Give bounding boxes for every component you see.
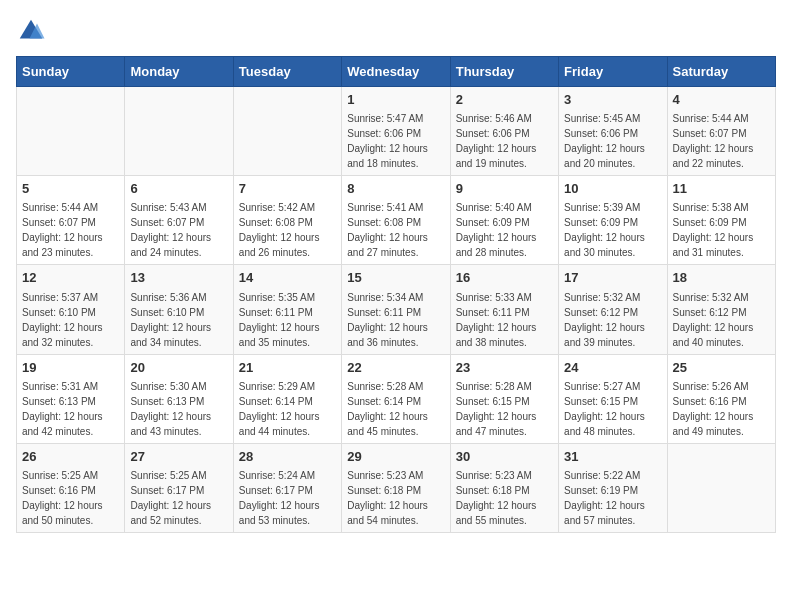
day-info: Sunrise: 5:37 AM Sunset: 6:10 PM Dayligh…	[22, 290, 119, 350]
calendar-cell: 10Sunrise: 5:39 AM Sunset: 6:09 PM Dayli…	[559, 176, 667, 265]
calendar-body: 1Sunrise: 5:47 AM Sunset: 6:06 PM Daylig…	[17, 87, 776, 533]
day-info: Sunrise: 5:42 AM Sunset: 6:08 PM Dayligh…	[239, 200, 336, 260]
day-info: Sunrise: 5:38 AM Sunset: 6:09 PM Dayligh…	[673, 200, 770, 260]
day-of-week-header: Monday	[125, 57, 233, 87]
calendar-cell: 25Sunrise: 5:26 AM Sunset: 6:16 PM Dayli…	[667, 354, 775, 443]
day-info: Sunrise: 5:36 AM Sunset: 6:10 PM Dayligh…	[130, 290, 227, 350]
day-info: Sunrise: 5:35 AM Sunset: 6:11 PM Dayligh…	[239, 290, 336, 350]
day-info: Sunrise: 5:23 AM Sunset: 6:18 PM Dayligh…	[347, 468, 444, 528]
calendar-cell: 1Sunrise: 5:47 AM Sunset: 6:06 PM Daylig…	[342, 87, 450, 176]
day-info: Sunrise: 5:30 AM Sunset: 6:13 PM Dayligh…	[130, 379, 227, 439]
day-info: Sunrise: 5:41 AM Sunset: 6:08 PM Dayligh…	[347, 200, 444, 260]
day-number: 11	[673, 180, 770, 198]
calendar-cell: 13Sunrise: 5:36 AM Sunset: 6:10 PM Dayli…	[125, 265, 233, 354]
calendar-cell: 24Sunrise: 5:27 AM Sunset: 6:15 PM Dayli…	[559, 354, 667, 443]
calendar-cell: 9Sunrise: 5:40 AM Sunset: 6:09 PM Daylig…	[450, 176, 558, 265]
day-of-week-header: Saturday	[667, 57, 775, 87]
calendar-cell: 21Sunrise: 5:29 AM Sunset: 6:14 PM Dayli…	[233, 354, 341, 443]
day-number: 1	[347, 91, 444, 109]
calendar-cell	[233, 87, 341, 176]
day-info: Sunrise: 5:32 AM Sunset: 6:12 PM Dayligh…	[673, 290, 770, 350]
calendar-cell: 22Sunrise: 5:28 AM Sunset: 6:14 PM Dayli…	[342, 354, 450, 443]
header	[16, 16, 776, 46]
calendar-cell: 6Sunrise: 5:43 AM Sunset: 6:07 PM Daylig…	[125, 176, 233, 265]
day-number: 10	[564, 180, 661, 198]
calendar-cell: 7Sunrise: 5:42 AM Sunset: 6:08 PM Daylig…	[233, 176, 341, 265]
day-info: Sunrise: 5:44 AM Sunset: 6:07 PM Dayligh…	[673, 111, 770, 171]
day-info: Sunrise: 5:26 AM Sunset: 6:16 PM Dayligh…	[673, 379, 770, 439]
day-number: 28	[239, 448, 336, 466]
day-info: Sunrise: 5:24 AM Sunset: 6:17 PM Dayligh…	[239, 468, 336, 528]
calendar-cell: 19Sunrise: 5:31 AM Sunset: 6:13 PM Dayli…	[17, 354, 125, 443]
calendar-cell: 5Sunrise: 5:44 AM Sunset: 6:07 PM Daylig…	[17, 176, 125, 265]
day-number: 12	[22, 269, 119, 287]
day-info: Sunrise: 5:43 AM Sunset: 6:07 PM Dayligh…	[130, 200, 227, 260]
days-of-week-row: SundayMondayTuesdayWednesdayThursdayFrid…	[17, 57, 776, 87]
day-number: 14	[239, 269, 336, 287]
calendar-cell	[667, 443, 775, 532]
day-of-week-header: Friday	[559, 57, 667, 87]
day-number: 9	[456, 180, 553, 198]
day-number: 21	[239, 359, 336, 377]
day-info: Sunrise: 5:40 AM Sunset: 6:09 PM Dayligh…	[456, 200, 553, 260]
day-number: 24	[564, 359, 661, 377]
day-number: 2	[456, 91, 553, 109]
calendar-cell: 31Sunrise: 5:22 AM Sunset: 6:19 PM Dayli…	[559, 443, 667, 532]
day-number: 16	[456, 269, 553, 287]
day-info: Sunrise: 5:25 AM Sunset: 6:16 PM Dayligh…	[22, 468, 119, 528]
calendar-cell: 29Sunrise: 5:23 AM Sunset: 6:18 PM Dayli…	[342, 443, 450, 532]
calendar-cell	[17, 87, 125, 176]
day-info: Sunrise: 5:29 AM Sunset: 6:14 PM Dayligh…	[239, 379, 336, 439]
calendar-cell: 18Sunrise: 5:32 AM Sunset: 6:12 PM Dayli…	[667, 265, 775, 354]
day-info: Sunrise: 5:25 AM Sunset: 6:17 PM Dayligh…	[130, 468, 227, 528]
day-number: 5	[22, 180, 119, 198]
day-of-week-header: Tuesday	[233, 57, 341, 87]
day-number: 17	[564, 269, 661, 287]
calendar-week-row: 12Sunrise: 5:37 AM Sunset: 6:10 PM Dayli…	[17, 265, 776, 354]
day-info: Sunrise: 5:32 AM Sunset: 6:12 PM Dayligh…	[564, 290, 661, 350]
logo-icon	[16, 16, 46, 46]
calendar-week-row: 5Sunrise: 5:44 AM Sunset: 6:07 PM Daylig…	[17, 176, 776, 265]
calendar-cell: 15Sunrise: 5:34 AM Sunset: 6:11 PM Dayli…	[342, 265, 450, 354]
calendar-cell: 17Sunrise: 5:32 AM Sunset: 6:12 PM Dayli…	[559, 265, 667, 354]
day-number: 6	[130, 180, 227, 198]
day-of-week-header: Sunday	[17, 57, 125, 87]
calendar-cell: 26Sunrise: 5:25 AM Sunset: 6:16 PM Dayli…	[17, 443, 125, 532]
calendar-cell: 11Sunrise: 5:38 AM Sunset: 6:09 PM Dayli…	[667, 176, 775, 265]
day-info: Sunrise: 5:45 AM Sunset: 6:06 PM Dayligh…	[564, 111, 661, 171]
calendar-week-row: 26Sunrise: 5:25 AM Sunset: 6:16 PM Dayli…	[17, 443, 776, 532]
day-info: Sunrise: 5:22 AM Sunset: 6:19 PM Dayligh…	[564, 468, 661, 528]
calendar-cell: 2Sunrise: 5:46 AM Sunset: 6:06 PM Daylig…	[450, 87, 558, 176]
day-number: 26	[22, 448, 119, 466]
day-info: Sunrise: 5:27 AM Sunset: 6:15 PM Dayligh…	[564, 379, 661, 439]
calendar-cell: 4Sunrise: 5:44 AM Sunset: 6:07 PM Daylig…	[667, 87, 775, 176]
day-number: 3	[564, 91, 661, 109]
day-info: Sunrise: 5:23 AM Sunset: 6:18 PM Dayligh…	[456, 468, 553, 528]
calendar-cell: 12Sunrise: 5:37 AM Sunset: 6:10 PM Dayli…	[17, 265, 125, 354]
day-info: Sunrise: 5:47 AM Sunset: 6:06 PM Dayligh…	[347, 111, 444, 171]
day-of-week-header: Thursday	[450, 57, 558, 87]
day-number: 4	[673, 91, 770, 109]
calendar-cell: 20Sunrise: 5:30 AM Sunset: 6:13 PM Dayli…	[125, 354, 233, 443]
day-number: 31	[564, 448, 661, 466]
day-number: 8	[347, 180, 444, 198]
day-info: Sunrise: 5:34 AM Sunset: 6:11 PM Dayligh…	[347, 290, 444, 350]
day-info: Sunrise: 5:39 AM Sunset: 6:09 PM Dayligh…	[564, 200, 661, 260]
calendar-cell: 28Sunrise: 5:24 AM Sunset: 6:17 PM Dayli…	[233, 443, 341, 532]
day-of-week-header: Wednesday	[342, 57, 450, 87]
day-number: 15	[347, 269, 444, 287]
day-number: 27	[130, 448, 227, 466]
calendar-cell	[125, 87, 233, 176]
calendar-cell: 23Sunrise: 5:28 AM Sunset: 6:15 PM Dayli…	[450, 354, 558, 443]
day-info: Sunrise: 5:28 AM Sunset: 6:14 PM Dayligh…	[347, 379, 444, 439]
day-info: Sunrise: 5:28 AM Sunset: 6:15 PM Dayligh…	[456, 379, 553, 439]
day-number: 25	[673, 359, 770, 377]
day-number: 22	[347, 359, 444, 377]
calendar-table: SundayMondayTuesdayWednesdayThursdayFrid…	[16, 56, 776, 533]
day-info: Sunrise: 5:46 AM Sunset: 6:06 PM Dayligh…	[456, 111, 553, 171]
day-number: 18	[673, 269, 770, 287]
calendar-cell: 27Sunrise: 5:25 AM Sunset: 6:17 PM Dayli…	[125, 443, 233, 532]
calendar-cell: 3Sunrise: 5:45 AM Sunset: 6:06 PM Daylig…	[559, 87, 667, 176]
day-info: Sunrise: 5:31 AM Sunset: 6:13 PM Dayligh…	[22, 379, 119, 439]
day-number: 13	[130, 269, 227, 287]
